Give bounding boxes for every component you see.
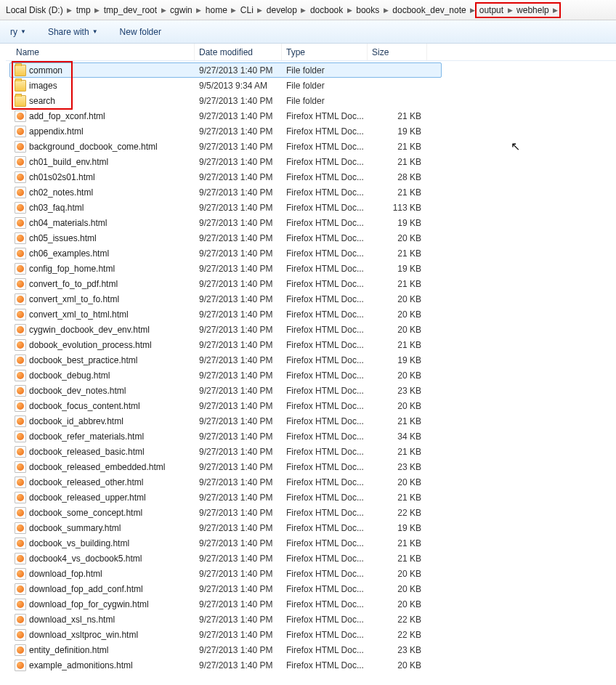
file-row[interactable]: docbook_summary.html9/27/2013 1:40 PMFir… xyxy=(10,520,616,535)
breadcrumb-segment[interactable]: cgwin xyxy=(167,2,195,18)
column-header-date[interactable]: Date modified xyxy=(195,44,282,60)
file-row[interactable]: ch01s02s01.html9/27/2013 1:40 PMFirefox … xyxy=(10,169,616,185)
file-row[interactable]: docbook_dev_notes.html9/27/2013 1:40 PMF… xyxy=(10,383,616,398)
file-row[interactable]: docbook_refer_materials.html9/27/2013 1:… xyxy=(10,429,616,444)
file-size: 23 KB xyxy=(372,462,431,472)
html-file-icon xyxy=(15,202,26,214)
chevron-right-icon[interactable]: ▶ xyxy=(256,2,264,18)
breadcrumb-segment[interactable]: books xyxy=(353,2,382,18)
chevron-down-icon: ▼ xyxy=(20,28,26,35)
chevron-right-icon[interactable]: ▶ xyxy=(346,2,353,18)
breadcrumb[interactable]: Local Disk (D:)▶tmp▶tmp_dev_root▶cgwin▶h… xyxy=(0,0,616,20)
file-row[interactable]: convert_fo_to_pdf.html9/27/2013 1:40 PMF… xyxy=(10,276,616,291)
file-date: 9/27/2013 1:40 PM xyxy=(199,416,286,426)
file-row[interactable]: docbook_vs_building.html9/27/2013 1:40 P… xyxy=(10,535,616,551)
file-row[interactable]: docbook_id_abbrev.html9/27/2013 1:40 PMF… xyxy=(10,413,616,429)
file-row[interactable]: background_docbook_come.html9/27/2013 1:… xyxy=(10,139,616,154)
folder-row[interactable]: images9/5/2013 9:34 AMFile folder xyxy=(10,78,616,93)
folder-row[interactable]: search9/27/2013 1:40 PMFile folder xyxy=(10,93,616,108)
file-row[interactable]: download_fop_for_cygwin.html9/27/2013 1:… xyxy=(10,596,616,612)
file-row[interactable]: download_fop.html9/27/2013 1:40 PMFirefo… xyxy=(10,566,616,581)
file-row[interactable]: download_fop_add_conf.html9/27/2013 1:40… xyxy=(10,581,616,596)
folder-row[interactable]: common9/27/2013 1:40 PMFile folder xyxy=(9,62,442,78)
file-name: docbook_best_practice.html xyxy=(29,355,137,365)
html-file-icon xyxy=(15,126,26,137)
html-file-icon xyxy=(15,431,26,442)
toolbar-library[interactable]: ry ▼ xyxy=(6,24,31,40)
file-row[interactable]: docbook_focus_content.html9/27/2013 1:40… xyxy=(10,398,616,413)
breadcrumb-segment[interactable]: tmp xyxy=(73,2,94,18)
file-type: Firefox HTML Doc... xyxy=(286,508,372,518)
breadcrumb-segment[interactable]: CLi xyxy=(238,2,256,18)
file-type: File folder xyxy=(286,81,372,91)
file-row[interactable]: add_fop_xconf.html9/27/2013 1:40 PMFiref… xyxy=(10,108,616,123)
breadcrumb-segment[interactable]: Local Disk (D:) xyxy=(3,2,66,18)
html-file-icon xyxy=(15,187,26,198)
chevron-right-icon[interactable]: ▶ xyxy=(300,2,307,18)
file-row[interactable]: example_admonitions.html9/27/2013 1:40 P… xyxy=(10,657,616,673)
file-row[interactable]: entity_definition.html9/27/2013 1:40 PMF… xyxy=(10,642,616,657)
file-type: Firefox HTML Doc... xyxy=(286,355,372,365)
breadcrumb-segment[interactable]: tmp_dev_root xyxy=(101,2,160,18)
chevron-right-icon[interactable]: ▶ xyxy=(506,2,514,18)
file-row[interactable]: convert_xml_to_fo.html9/27/2013 1:40 PMF… xyxy=(10,291,616,307)
file-row[interactable]: download_xsltproc_win.html9/27/2013 1:40… xyxy=(10,627,616,642)
chevron-right-icon[interactable]: ▶ xyxy=(66,2,73,18)
file-row[interactable]: dobook_evolution_process.html9/27/2013 1… xyxy=(10,337,616,352)
file-size: 20 KB xyxy=(372,325,431,335)
file-size: 21 KB xyxy=(372,157,431,167)
file-row[interactable]: docbook4_vs_docbook5.html9/27/2013 1:40 … xyxy=(10,551,616,566)
column-header-name[interactable]: Name xyxy=(6,44,195,60)
breadcrumb-segment[interactable]: output xyxy=(477,2,506,18)
file-name: ch01s02s01.html xyxy=(29,172,95,182)
file-row[interactable]: docbook_released_upper.html9/27/2013 1:4… xyxy=(10,490,616,505)
file-date: 9/27/2013 1:40 PM xyxy=(199,554,286,564)
file-row[interactable]: docbook_released_other.html9/27/2013 1:4… xyxy=(10,474,616,490)
file-row[interactable]: download_xsl_ns.html9/27/2013 1:40 PMFir… xyxy=(10,612,616,627)
breadcrumb-segment[interactable]: docbook xyxy=(307,2,346,18)
file-size: 20 KB xyxy=(372,233,431,243)
chevron-right-icon[interactable]: ▶ xyxy=(160,2,167,18)
file-row[interactable]: cygwin_docbook_dev_env.html9/27/2013 1:4… xyxy=(10,322,616,337)
file-date: 9/5/2013 9:34 AM xyxy=(199,81,286,91)
file-row[interactable]: docbook_some_concept.html9/27/2013 1:40 … xyxy=(10,505,616,520)
file-date: 9/27/2013 1:40 PM xyxy=(199,126,286,137)
file-row[interactable]: docbook_debug.html9/27/2013 1:40 PMFiref… xyxy=(10,368,616,383)
chevron-right-icon[interactable]: ▶ xyxy=(195,2,203,18)
html-file-icon xyxy=(15,324,26,336)
file-name: docbook_released_upper.html xyxy=(29,493,146,503)
chevron-right-icon[interactable]: ▶ xyxy=(382,2,389,18)
file-name: docbook_vs_building.html xyxy=(29,538,129,548)
file-type: Firefox HTML Doc... xyxy=(286,294,372,304)
file-row[interactable]: docbook_best_practice.html9/27/2013 1:40… xyxy=(10,352,616,368)
file-row[interactable]: ch05_issues.html9/27/2013 1:40 PMFirefox… xyxy=(10,230,616,246)
file-row[interactable]: ch02_notes.html9/27/2013 1:40 PMFirefox … xyxy=(10,185,616,200)
file-row[interactable]: docbook_released_basic.html9/27/2013 1:4… xyxy=(10,444,616,459)
toolbar-share[interactable]: Share with ▼ xyxy=(44,24,102,40)
file-type: Firefox HTML Doc... xyxy=(286,233,372,243)
breadcrumb-segment[interactable]: develop xyxy=(264,2,300,18)
file-type: File folder xyxy=(286,65,372,76)
column-header-size[interactable]: Size xyxy=(368,44,427,60)
column-header-type[interactable]: Type xyxy=(282,44,368,60)
file-name: search xyxy=(29,96,55,106)
file-row[interactable]: convert_xml_to_html.html9/27/2013 1:40 P… xyxy=(10,307,616,322)
file-row[interactable]: ch04_materials.html9/27/2013 1:40 PMFire… xyxy=(10,215,616,230)
file-row[interactable]: ch03_faq.html9/27/2013 1:40 PMFirefox HT… xyxy=(10,200,616,215)
chevron-right-icon[interactable]: ▶ xyxy=(94,2,101,18)
breadcrumb-segment[interactable]: webhelp xyxy=(514,2,552,18)
file-list[interactable]: common9/27/2013 1:40 PMFile folderimages… xyxy=(6,61,616,674)
html-file-icon xyxy=(15,232,26,244)
file-size: 21 KB xyxy=(372,142,431,152)
breadcrumb-segment[interactable]: docbook_dev_note xyxy=(389,2,469,18)
file-row[interactable]: docbook_released_embedded.html9/27/2013 … xyxy=(10,459,616,474)
chevron-right-icon[interactable]: ▶ xyxy=(552,2,559,18)
file-row[interactable]: config_fop_home.html9/27/2013 1:40 PMFir… xyxy=(10,261,616,276)
toolbar-new-folder[interactable]: New folder xyxy=(115,24,166,40)
file-row[interactable]: appendix.html9/27/2013 1:40 PMFirefox HT… xyxy=(10,123,616,139)
file-row[interactable]: ch01_build_env.html9/27/2013 1:40 PMFire… xyxy=(10,154,616,169)
chevron-right-icon[interactable]: ▶ xyxy=(230,2,238,18)
file-date: 9/27/2013 1:40 PM xyxy=(199,538,286,548)
file-row[interactable]: ch06_examples.html9/27/2013 1:40 PMFiref… xyxy=(10,246,616,261)
breadcrumb-segment[interactable]: home xyxy=(203,2,230,18)
